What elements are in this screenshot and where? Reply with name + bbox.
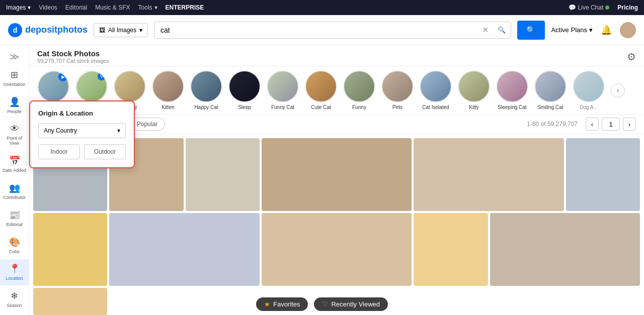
sidebar-date-label: Date Added [3,168,26,173]
page-title-block: Cat Stock Photos 59,279,707 Cat stock im… [37,49,109,64]
category-sleep[interactable]: Sleep [228,70,261,110]
category-circle: ▶ [37,70,69,102]
chevron-down-icon: ▾ [117,127,120,134]
category-funny-cat[interactable]: Funny Cat [267,70,299,110]
sidebar-item-pov[interactable]: 👁 Point of View [0,120,29,151]
category-kitty[interactable]: Kitty [458,70,490,110]
live-chat-label: Live Chat [578,4,604,11]
category-label: Sleep [238,104,251,110]
origin-location-popup: Origin & Location Any Country ▾ Indoor O… [29,100,135,168]
image-cell[interactable] [262,138,412,211]
category-label: Smiling Cat [537,104,563,110]
category-dog[interactable]: Dog A... [573,70,605,110]
search-input[interactable] [154,22,478,38]
category-kitten[interactable]: Kitten [152,70,184,110]
star-icon: ★ [264,300,270,308]
category-pets[interactable]: Pets [381,70,414,110]
image-search-icon[interactable]: 🔍 [493,26,511,34]
image-cell[interactable] [414,213,488,286]
search-clear-button[interactable]: ✕ [478,25,493,35]
next-page-button[interactable]: › [623,118,636,131]
nav-videos[interactable]: Videos [39,4,57,11]
category-sleeping-cat[interactable]: Sleeping Cat [496,70,528,110]
category-label: Sleeping Cat [498,104,526,110]
image-cell[interactable] [186,138,260,211]
nav-enterprise[interactable]: ENTERPRISE [166,4,204,11]
search-type-icon: 🖼 [99,27,105,34]
active-plans-dropdown[interactable]: Active Plans ▾ [551,26,593,34]
category-cat-isolated[interactable]: Cat Isolated [420,70,452,110]
live-chat-btn[interactable]: 💬 Live Chat [569,4,610,11]
sidebar: ≫ ⊞ Orientation 👤 People 👁 Point of View… [0,45,29,315]
category-label: Dog A... [580,104,598,110]
category-cute-cat[interactable]: Cute Cat [305,70,337,110]
outdoor-button[interactable]: Outdoor [84,144,126,159]
main-content: Cat Stock Photos 59,279,707 Cat stock im… [29,45,644,315]
category-circle [305,70,337,102]
favorites-pill[interactable]: ★ Favorites [256,297,308,311]
sidebar-pov-label: Point of View [2,136,27,147]
logo[interactable]: d depositphotos [8,23,88,37]
sidebar-item-color[interactable]: 🎨 Color [0,233,29,259]
pagination: ‹ › [586,118,636,131]
content-area: ≫ ⊞ Orientation 👤 People 👁 Point of View… [0,45,644,315]
sidebar-item-people[interactable]: 👤 People [0,92,29,119]
category-circle [267,70,299,102]
category-happy-cat[interactable]: Happy Cat [190,70,222,110]
image-cell[interactable] [33,288,107,315]
category-circle [152,70,184,102]
category-funny[interactable]: Funny [343,70,375,110]
nav-tools[interactable]: Tools ▾ [138,4,157,11]
orientation-icon: ⊞ [11,69,18,80]
category-circle [228,70,261,102]
image-cell[interactable] [262,213,412,286]
sidebar-editorial-label: Editorial [6,222,23,228]
sidebar-item-editorial[interactable]: 📰 Editorial [0,205,29,232]
location-icon: 📍 [9,263,20,274]
image-cell[interactable] [33,213,107,286]
sidebar-season-label: Season [7,303,22,308]
indoor-button[interactable]: Indoor [38,144,80,159]
chat-icon: 💬 [569,4,576,11]
online-indicator [605,6,609,10]
search-button[interactable]: 🔍 [517,21,545,40]
nav-music[interactable]: Music & SFX [95,4,130,11]
category-label: Kitten [162,104,175,110]
search-type-dropdown[interactable]: 🖼 All Images ▾ [94,23,148,37]
category-circle [190,70,222,102]
image-cell[interactable] [109,213,260,286]
sidebar-item-orientation[interactable]: ⊞ Orientation [0,65,29,91]
notifications-bell[interactable]: 🔔 [601,25,612,36]
pov-icon: 👁 [10,124,19,134]
image-cell[interactable] [490,213,640,286]
user-avatar[interactable] [620,22,636,38]
category-circle [496,70,528,102]
nav-editorial[interactable]: Editorial [65,4,87,11]
image-cell[interactable] [414,138,564,211]
result-count: 1-60 of 59,279,707 [527,121,578,128]
sidebar-item-season[interactable]: ❄ Season [0,286,29,312]
pricing-link[interactable]: Pricing [617,4,638,11]
sidebar-location-label: Location [6,276,23,281]
recently-viewed-pill[interactable]: ♡ Recently Viewed [314,297,388,311]
category-smiling-cat[interactable]: Smiling Cat [534,70,567,110]
sidebar-expand-icon[interactable]: ≫ [10,49,19,64]
nav-images[interactable]: Images ▾ [6,4,31,11]
page-subtitle: 59,279,707 Cat stock images [37,58,109,64]
origin-popup-title: Origin & Location [38,110,126,117]
top-navigation: Images ▾ Videos Editorial Music & SFX To… [0,0,644,15]
categories-next-arrow[interactable]: › [611,83,625,97]
settings-icon[interactable]: ⚙ [627,51,636,63]
indoor-outdoor-toggle: Indoor Outdoor [38,144,126,159]
country-dropdown[interactable]: Any Country ▾ [38,123,126,138]
category-circle [420,70,452,102]
color-icon: 🎨 [9,237,20,248]
sidebar-item-date[interactable]: 📅 Date Added [0,151,29,177]
sidebar-item-contributor[interactable]: 👥 Contributor [0,178,29,204]
sidebar-item-location[interactable]: 📍 Location [0,259,29,285]
prev-page-button[interactable]: ‹ [586,118,599,131]
category-circle [458,70,490,102]
category-label: Cute Cat [311,104,331,110]
image-cell[interactable] [566,138,640,211]
page-number-input[interactable] [602,118,620,131]
